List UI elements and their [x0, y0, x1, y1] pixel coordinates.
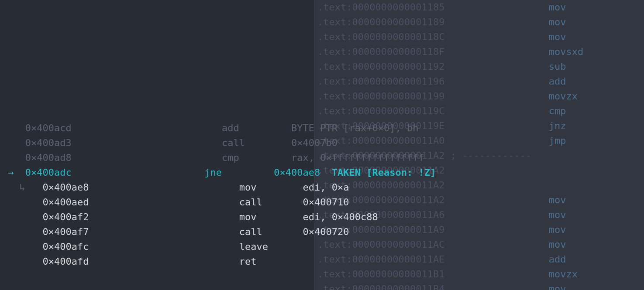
disasm-row: → 0×400adc jne 0×400ae8 TAKEN [Reason: !… [0, 165, 644, 180]
disasm-row: 0×400afc leave [0, 239, 644, 254]
ghost-row: .text:0000000000001196 add [315, 74, 644, 89]
disasm-row: 0×400af2 mov edi, 0×400c88 [0, 210, 644, 225]
disasm-row: 0×400acd add BYTE PTR [rax+0×0], bh [0, 121, 644, 136]
disasm-row: 0×400afd ret [0, 254, 644, 269]
disasm-row: 0×400ad3 call 0×4007b0 [0, 136, 644, 150]
terminal[interactable]: 0×400acd add BYTE PTR [rax+0×0], bh 0×40… [0, 89, 644, 290]
ghost-row: .text:0000000000001185 mov [315, 0, 644, 15]
disasm-row: ↳ 0×400ae8 mov edi, 0×a [0, 180, 644, 195]
ghost-row: .text:000000000000118C mov [315, 30, 644, 44]
disassembly-listing: 0×400acd add BYTE PTR [rax+0×0], bh 0×40… [0, 121, 644, 269]
ghost-row: .text:0000000000001189 mov [315, 15, 644, 30]
disasm-row: 0×400ad8 cmp rax, 0×ffffffffffffffff [0, 150, 644, 165]
ghost-row: .text:000000000000118F movsxd [315, 44, 644, 59]
disasm-row: 0×400aed call 0×400710 [0, 195, 644, 210]
ghost-row: .text:0000000000001192 sub [315, 59, 644, 74]
disasm-row: 0×400af7 call 0×400720 [0, 225, 644, 239]
